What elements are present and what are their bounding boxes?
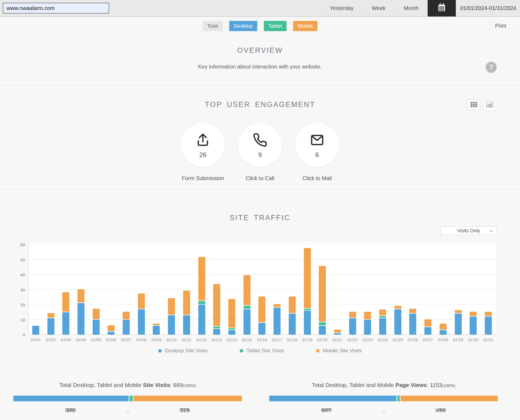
bar-segment-desktop[interactable] bbox=[47, 318, 54, 335]
bar-segment-mobile[interactable] bbox=[62, 292, 69, 312]
bar-segment-mobile[interactable] bbox=[455, 310, 462, 313]
bar-segment-desktop[interactable] bbox=[168, 315, 175, 335]
bar-segment-desktop[interactable] bbox=[379, 318, 386, 335]
bar-segment-desktop[interactable] bbox=[77, 303, 84, 335]
bar-segment-tablet[interactable] bbox=[243, 306, 251, 309]
bar-segment-desktop[interactable] bbox=[470, 317, 477, 335]
bar-segment-tablet[interactable] bbox=[319, 322, 326, 325]
bar-segment-tablet[interactable] bbox=[198, 301, 205, 304]
filter-total-button[interactable]: Total bbox=[203, 21, 223, 31]
bar-segment-mobile[interactable] bbox=[274, 304, 281, 307]
bar-segment-mobile[interactable] bbox=[243, 275, 251, 305]
x-tick bbox=[35, 335, 36, 336]
page-views-total-pct: (100%) bbox=[442, 383, 455, 388]
bar-segment-desktop[interactable] bbox=[258, 323, 265, 335]
url-input[interactable] bbox=[3, 3, 109, 14]
bar-segment-desktop[interactable] bbox=[349, 318, 356, 335]
bar-segment-desktop[interactable] bbox=[394, 309, 401, 335]
filter-mobile-button[interactable]: Mobile bbox=[293, 21, 317, 31]
bar-segment-desktop[interactable] bbox=[213, 329, 220, 335]
bar-segment-desktop[interactable] bbox=[123, 320, 130, 335]
bar-segment-mobile[interactable] bbox=[198, 257, 205, 301]
form-submission-circle: 26 bbox=[181, 123, 225, 167]
bar-segment-tablet[interactable] bbox=[379, 316, 386, 318]
bar-segment-desktop[interactable] bbox=[274, 308, 281, 335]
bar-01-13 bbox=[209, 245, 224, 335]
bar-segment-mobile[interactable] bbox=[379, 310, 386, 315]
calendar-button[interactable] bbox=[428, 0, 456, 17]
legend-item-mobile[interactable]: Mobile Site Visits bbox=[316, 348, 362, 354]
bar-segment-desktop[interactable] bbox=[183, 315, 190, 335]
bar-segment-mobile[interactable] bbox=[319, 266, 326, 321]
bar-segment-mobile[interactable] bbox=[424, 319, 431, 327]
bar-segment-mobile[interactable] bbox=[364, 312, 371, 319]
bar-chart-icon bbox=[486, 102, 493, 109]
table-view-button[interactable] bbox=[467, 99, 480, 110]
bar-segment-desktop[interactable] bbox=[228, 330, 235, 335]
bar-segment-mobile[interactable] bbox=[108, 325, 115, 331]
summary-values: 647(56%)..494(43%) bbox=[269, 407, 498, 414]
x-tick-label: 01/06 bbox=[106, 337, 116, 342]
bar-segment-desktop[interactable] bbox=[440, 330, 447, 335]
bar-segment-mobile[interactable] bbox=[77, 289, 84, 303]
x-slot: 01/02 bbox=[43, 335, 58, 342]
click-to-mail-circle: 6 bbox=[295, 123, 339, 167]
chart-view-button[interactable] bbox=[483, 99, 496, 110]
bar-segment-mobile[interactable] bbox=[213, 284, 220, 326]
bar-segment-desktop[interactable] bbox=[32, 326, 39, 335]
bar-segment-desktop[interactable] bbox=[319, 326, 326, 335]
bar-segment-desktop[interactable] bbox=[289, 314, 296, 335]
bar-segment-mobile[interactable] bbox=[138, 294, 145, 309]
bar-segment-desktop[interactable] bbox=[153, 326, 160, 335]
bar-segment-mobile[interactable] bbox=[470, 312, 477, 316]
legend-item-desktop[interactable]: Desktop Site Visits bbox=[158, 348, 208, 354]
x-tick-label: 01/09 bbox=[151, 337, 162, 342]
bar-segment-mobile[interactable] bbox=[123, 312, 130, 319]
legend-item-tablet[interactable]: Tablet Site Visits bbox=[240, 348, 284, 354]
bar-segment-desktop[interactable] bbox=[364, 320, 371, 335]
bar-segment-mobile[interactable] bbox=[168, 298, 175, 315]
x-tick bbox=[383, 335, 383, 336]
range-month-button[interactable]: Month bbox=[395, 0, 428, 16]
print-button[interactable]: Print bbox=[495, 23, 506, 29]
bar-segment-desktop[interactable] bbox=[424, 327, 431, 335]
range-yesterday-button[interactable]: Yesterday bbox=[321, 0, 363, 16]
bar-segment-desktop[interactable] bbox=[243, 309, 251, 335]
bar-segment-desktop[interactable] bbox=[108, 332, 115, 335]
bar-segment-desktop[interactable] bbox=[304, 311, 311, 335]
y-tick-label: 0 bbox=[23, 333, 25, 337]
bar-segment-mobile[interactable] bbox=[440, 324, 447, 330]
filter-tablet-button[interactable]: Tablet bbox=[264, 21, 287, 31]
bar-segment-mobile[interactable] bbox=[183, 291, 190, 315]
bar-segment-mobile[interactable] bbox=[304, 248, 311, 308]
x-tick-label: 01/30 bbox=[468, 337, 478, 342]
bar-segment-desktop[interactable] bbox=[93, 320, 100, 335]
bar-segment-tablet[interactable] bbox=[213, 327, 220, 328]
bar-segment-desktop[interactable] bbox=[409, 314, 416, 335]
bar-segment-desktop[interactable] bbox=[62, 312, 69, 335]
bar-segment-desktop[interactable] bbox=[198, 305, 205, 335]
bar-01-04 bbox=[73, 245, 89, 335]
bar-segment-mobile[interactable] bbox=[228, 299, 235, 327]
bar-segment-mobile[interactable] bbox=[394, 306, 401, 309]
x-slot: 01/13 bbox=[209, 335, 224, 342]
bar-segment-desktop[interactable] bbox=[485, 317, 492, 335]
bar-segment-desktop[interactable] bbox=[138, 309, 145, 335]
bar-segment-mobile[interactable] bbox=[47, 313, 54, 318]
bar-segment-mobile[interactable] bbox=[289, 297, 296, 313]
help-icon[interactable]: ? bbox=[486, 62, 497, 73]
bar-segment-tablet[interactable] bbox=[228, 328, 235, 330]
bar-segment-mobile[interactable] bbox=[409, 309, 416, 313]
click-to-call-count: 9 bbox=[258, 151, 262, 159]
filter-desktop-button[interactable]: Desktop bbox=[229, 21, 257, 31]
bar-segment-mobile[interactable] bbox=[334, 330, 341, 333]
bar-segment-mobile[interactable] bbox=[93, 309, 100, 319]
bar-segment-mobile[interactable] bbox=[485, 312, 492, 316]
bar-01-22 bbox=[345, 245, 360, 335]
bar-segment-mobile[interactable] bbox=[349, 312, 356, 318]
bar-segment-tablet[interactable] bbox=[304, 309, 311, 310]
bar-segment-desktop[interactable] bbox=[455, 314, 462, 335]
bar-segment-mobile[interactable] bbox=[258, 297, 265, 322]
range-week-button[interactable]: Week bbox=[363, 0, 395, 16]
bar-segment-mobile[interactable] bbox=[153, 324, 160, 325]
